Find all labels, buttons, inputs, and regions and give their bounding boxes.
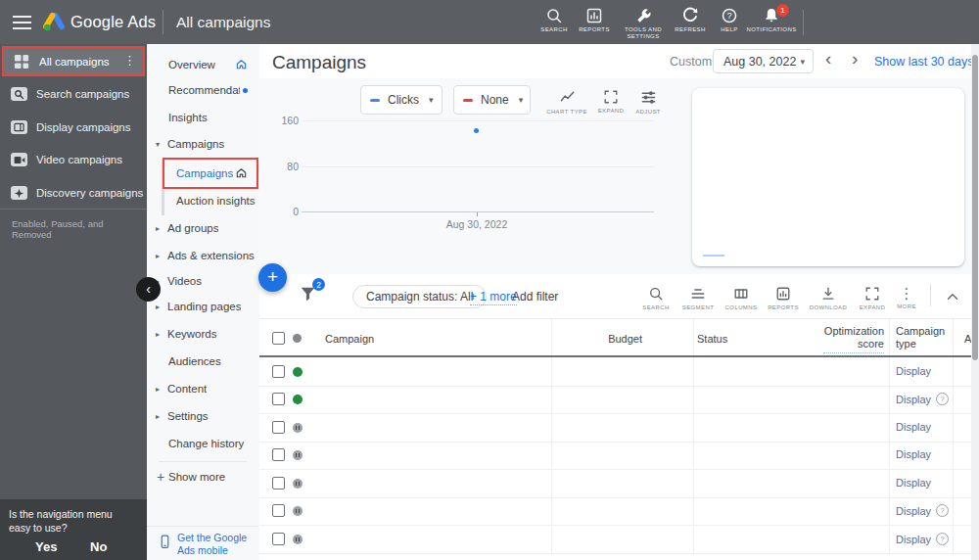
previous-period-button[interactable]: ‹ (825, 48, 831, 70)
reports-button[interactable]: REPORTS (573, 7, 616, 33)
nav-divider (147, 526, 258, 527)
help-circle-icon[interactable]: ? (936, 393, 949, 405)
performance-chart-panel: Clicks ▾ None ▾ CHART TYPE EXPAND ADJUST… (259, 78, 979, 275)
status-dot-header-icon (293, 334, 302, 343)
row-checkbox[interactable] (272, 393, 285, 405)
nav-item-content[interactable]: ▸ Content (147, 375, 258, 402)
status-paused-icon[interactable] (293, 479, 303, 489)
nav-item-landing-pages[interactable]: ▸ Landing pages (147, 293, 258, 320)
next-period-button[interactable]: › (852, 48, 858, 70)
row-checkbox[interactable] (272, 448, 285, 461)
nav-item-campaigns[interactable]: Campaigns (147, 160, 258, 187)
nav-item-change-history[interactable]: Change history (147, 430, 258, 457)
nav-item-videos[interactable]: ▸ Videos (147, 267, 258, 295)
nav-item-insights[interactable]: Insights (147, 104, 258, 131)
status-enabled-icon[interactable] (293, 395, 303, 404)
download-icon (820, 286, 836, 302)
nav-item-keywords[interactable]: ▸ Keywords (147, 320, 258, 348)
table-row[interactable]: Display? (259, 526, 972, 554)
campaign-type-cell: Display? (896, 533, 949, 545)
status-paused-icon[interactable] (293, 450, 303, 460)
metric-secondary-select[interactable]: None ▾ (453, 85, 531, 115)
collapse-table-chevron-up[interactable] (945, 289, 960, 304)
sidebar-item-discovery-campaigns[interactable]: Discovery campaigns (0, 181, 147, 205)
row-checkbox[interactable] (272, 365, 285, 378)
x-tick (477, 212, 478, 216)
column-header-optimization-score[interactable]: Optimization score (823, 325, 884, 353)
chart-summary-card (692, 88, 964, 266)
nav-item-auction-insights[interactable]: Auction insights (147, 187, 258, 214)
table-row[interactable]: Display (259, 414, 972, 443)
home-icon (235, 58, 248, 70)
select-all-checkbox[interactable] (272, 332, 285, 345)
date-range-select[interactable]: Aug 30, 2022 ▾ (713, 49, 814, 73)
sidebar-item-all-campaigns[interactable]: All campaigns ⋮ (2, 46, 145, 76)
y-tick-label: 160 (267, 115, 299, 126)
plus-icon: + (157, 469, 168, 485)
show-more-button[interactable]: + Show more (147, 463, 258, 490)
caret-right-icon: ▸ (156, 385, 167, 394)
more-vertical-icon[interactable]: ⋮ (123, 53, 136, 68)
sidebar-item-video-campaigns[interactable]: Video campaigns (0, 148, 147, 171)
help-circle-icon[interactable]: ? (936, 504, 949, 517)
column-header-status[interactable]: Status (697, 333, 727, 345)
status-paused-icon[interactable] (293, 506, 303, 516)
row-checkbox[interactable] (272, 533, 285, 545)
clicks-data-point[interactable] (474, 128, 479, 133)
sidebar-item-search-campaigns[interactable]: Search campaigns (0, 82, 147, 106)
refresh-button[interactable]: REFRESH (668, 7, 713, 33)
help-icon: ? (721, 7, 738, 24)
hamburger-menu-icon[interactable] (13, 16, 31, 29)
nav-item-settings[interactable]: ▸ Settings (147, 402, 258, 430)
nav-item-recommendations[interactable]: Recommendations (147, 76, 258, 104)
status-enabled-icon[interactable] (293, 367, 303, 377)
more-filters-link[interactable]: + 1 more (470, 290, 517, 305)
collapse-nav-button[interactable]: ‹ (136, 277, 161, 302)
campaign-type-cell: Display (896, 448, 931, 460)
table-row[interactable]: Display? (259, 497, 972, 526)
metric-primary-select[interactable]: Clicks ▾ (360, 85, 443, 115)
column-header-budget[interactable]: Budget (553, 333, 642, 345)
google-ads-logo-icon[interactable] (43, 12, 65, 31)
reports-icon (585, 7, 603, 24)
table-row[interactable]: Display (259, 442, 972, 470)
svg-text:?: ? (726, 11, 731, 21)
tools-and-settings-button[interactable]: TOOLS AND SETTINGS (615, 7, 672, 40)
column-header-campaign[interactable]: Campaign (325, 333, 374, 345)
column-header-campaign-type[interactable]: Campaign type (896, 325, 947, 350)
help-circle-icon[interactable]: ? (936, 533, 949, 545)
search-button[interactable]: SEARCH (533, 7, 576, 33)
sidebar-item-display-campaigns[interactable]: Display campaigns (0, 116, 147, 139)
table-row[interactable]: Display? (259, 386, 972, 414)
status-paused-icon[interactable] (293, 423, 303, 433)
table-row[interactable]: Display (259, 358, 972, 387)
video-campaigns-icon (11, 153, 27, 166)
notification-badge: 1 (776, 4, 789, 17)
search-icon (545, 7, 563, 24)
row-checkbox[interactable] (272, 504, 285, 517)
feedback-yes-button[interactable]: Yes (35, 539, 57, 554)
filter-chip-campaign-status[interactable]: Campaign status: All (352, 285, 487, 308)
caret-down-icon: ▾ (519, 95, 524, 105)
toolbar-divider (930, 284, 931, 306)
adjust-chart-button[interactable]: ADJUST (614, 89, 682, 116)
nav-item-overview[interactable]: Overview (147, 51, 258, 78)
table-row[interactable]: Display (259, 470, 972, 498)
show-last-30-days-link[interactable]: Show last 30 days (874, 55, 973, 69)
nav-item-ads-extensions[interactable]: ▸ Ads & extensions (147, 242, 258, 269)
vertical-scrollbar-track[interactable] (971, 44, 979, 560)
caret-down-icon: ▾ (429, 95, 434, 105)
feedback-no-button[interactable]: No (90, 539, 107, 554)
nav-item-ad-groups[interactable]: ▸ Ad groups (147, 214, 258, 242)
nav-item-campaigns-group[interactable]: ▾ Campaigns (147, 130, 258, 158)
mobile-app-link[interactable]: Get the Google Ads mobile app (147, 532, 258, 560)
notifications-button[interactable]: NOTIFICATIONS 1 (741, 7, 802, 33)
vertical-scrollbar-thumb[interactable] (972, 55, 978, 360)
row-checkbox[interactable] (272, 421, 285, 434)
status-paused-icon[interactable] (293, 535, 303, 544)
new-campaign-fab[interactable]: + (258, 263, 287, 292)
row-checkbox[interactable] (272, 477, 285, 490)
add-filter-button[interactable]: Add filter (512, 290, 558, 303)
nav-item-audiences[interactable]: Audiences (147, 348, 258, 375)
series-color-swatch (463, 99, 473, 102)
